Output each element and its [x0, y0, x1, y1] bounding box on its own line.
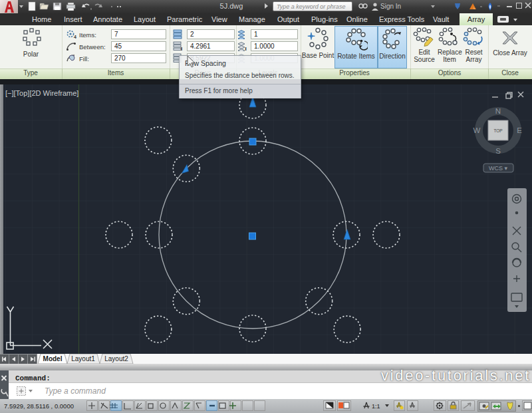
- svg-text:E: E: [517, 126, 522, 134]
- svg-text:N: N: [495, 107, 501, 115]
- svg-text:1:1: 1:1: [372, 403, 380, 410]
- svg-text:W: W: [473, 126, 481, 134]
- svg-text:WCS ▾: WCS ▾: [489, 165, 507, 172]
- svg-text:S: S: [495, 147, 501, 155]
- svg-text:4: 4: [74, 35, 76, 39]
- svg-text:[−][Top][2D Wireframe]: [−][Top][2D Wireframe]: [5, 89, 78, 97]
- svg-text:Layout2: Layout2: [104, 355, 128, 362]
- svg-text:Layout1: Layout1: [71, 355, 95, 362]
- svg-text:I: I: [181, 46, 182, 51]
- svg-text:I: I: [245, 46, 247, 51]
- svg-text:TOP: TOP: [493, 128, 502, 133]
- svg-text:Model: Model: [43, 355, 63, 362]
